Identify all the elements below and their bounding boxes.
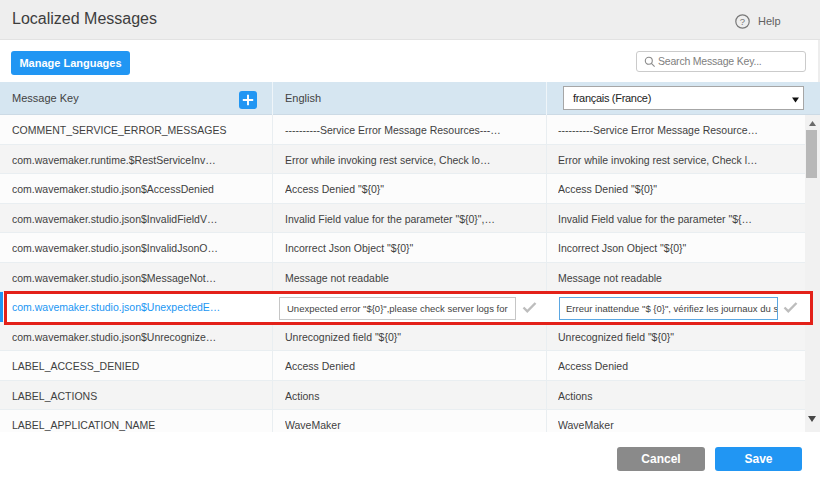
svg-text:?: ? bbox=[740, 16, 745, 27]
